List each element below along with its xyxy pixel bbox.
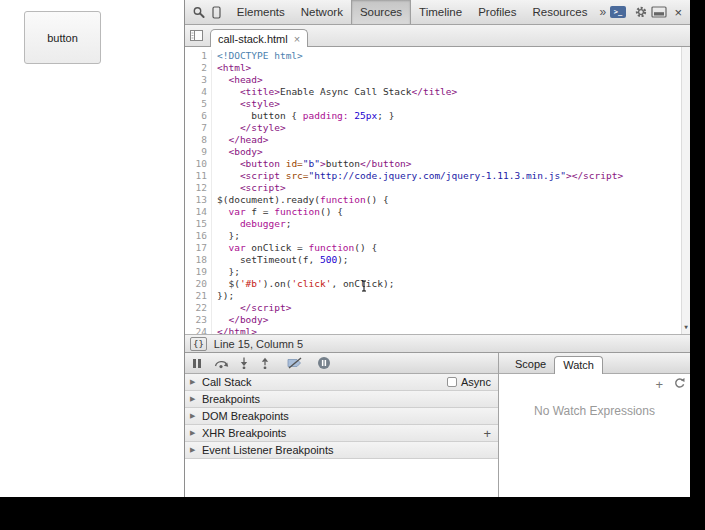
- code-line-11: <script src="http://code.jquery.com/jque…: [217, 170, 690, 182]
- panel-tab-network[interactable]: Network: [293, 0, 351, 24]
- dock-window-icon[interactable]: [650, 3, 667, 21]
- panel-tab-timeline[interactable]: Timeline: [411, 0, 470, 24]
- line-number[interactable]: 14: [185, 206, 207, 218]
- section-label: DOM Breakpoints: [202, 410, 289, 422]
- line-number[interactable]: 7: [185, 122, 207, 134]
- line-number[interactable]: 24: [185, 326, 207, 334]
- sidebar-tab-scope[interactable]: Scope: [507, 356, 554, 373]
- panel-tab-profiles[interactable]: Profiles: [470, 0, 524, 24]
- section-label: Event Listener Breakpoints: [202, 444, 333, 456]
- step-over-icon[interactable]: [213, 355, 229, 371]
- line-number[interactable]: 21: [185, 290, 207, 302]
- overflow-chevron-icon[interactable]: »: [595, 5, 610, 19]
- section-label: Call Stack: [202, 376, 252, 388]
- step-into-icon[interactable]: [238, 355, 250, 371]
- sidebar-tab-watch[interactable]: Watch: [554, 356, 603, 374]
- file-tab-label: call-stack.html: [218, 33, 288, 45]
- line-number[interactable]: 13: [185, 194, 207, 206]
- panel-tab-elements[interactable]: Elements: [229, 0, 293, 24]
- line-number[interactable]: 17: [185, 242, 207, 254]
- section-event-listener-breakpoints[interactable]: ▶Event Listener Breakpoints: [185, 442, 498, 459]
- line-number[interactable]: 10: [185, 158, 207, 170]
- panel-tab-resources[interactable]: Resources: [524, 0, 595, 24]
- section-call-stack[interactable]: ▶Call StackAsync: [185, 374, 498, 391]
- settings-gear-icon[interactable]: [633, 3, 650, 21]
- code-line-8: </head>: [217, 134, 690, 146]
- line-number[interactable]: 11: [185, 170, 207, 182]
- disclosure-triangle-icon: ▶: [190, 395, 198, 403]
- code-line-12: <script>: [217, 182, 690, 194]
- line-number[interactable]: 22: [185, 302, 207, 314]
- pause-on-exceptions-icon[interactable]: [317, 355, 331, 371]
- console-toggle-icon[interactable]: >_: [610, 6, 625, 18]
- step-out-icon[interactable]: [259, 355, 271, 371]
- navigator-toggle-icon[interactable]: [190, 30, 203, 41]
- debugger-pane: ▶Call StackAsync▶Breakpoints▶DOM Breakpo…: [185, 353, 498, 497]
- add-watch-icon[interactable]: +: [655, 379, 663, 390]
- scroll-down-icon[interactable]: ▼: [682, 321, 690, 333]
- line-number[interactable]: 12: [185, 182, 207, 194]
- line-number[interactable]: 19: [185, 266, 207, 278]
- watch-sidebar: ScopeWatch + No Watch Expressions: [498, 353, 690, 497]
- panel-tabs: ElementsNetworkSourcesTimelineProfilesRe…: [229, 0, 596, 24]
- async-checkbox[interactable]: [447, 377, 457, 387]
- line-number[interactable]: 18: [185, 254, 207, 266]
- editor-status-bar: {} Line 15, Column 5: [185, 334, 690, 353]
- devtools-close-icon[interactable]: ×: [671, 5, 685, 20]
- code-line-9: <body>: [217, 146, 690, 158]
- rendered-page: button: [0, 0, 184, 497]
- browser-window: button ElementsNetworkSourcesTimelinePro…: [0, 0, 690, 497]
- line-number[interactable]: 6: [185, 110, 207, 122]
- section-xhr-breakpoints[interactable]: ▶XHR Breakpoints+: [185, 425, 498, 442]
- pause-script-icon[interactable]: [193, 355, 201, 371]
- section-breakpoints[interactable]: ▶Breakpoints: [185, 391, 498, 408]
- line-number[interactable]: 9: [185, 146, 207, 158]
- code-line-22: </script>: [217, 302, 690, 314]
- gutter: 123456789101112131415161718192021222324: [185, 50, 212, 334]
- line-number[interactable]: 20: [185, 278, 207, 290]
- page-button[interactable]: button: [24, 11, 101, 64]
- line-number[interactable]: 16: [185, 230, 207, 242]
- code-line-3: <head>: [217, 74, 690, 86]
- sidebar-header: ScopeWatch: [499, 353, 690, 374]
- line-number[interactable]: 2: [185, 62, 207, 74]
- section-dom-breakpoints[interactable]: ▶DOM Breakpoints: [185, 408, 498, 425]
- refresh-watch-icon[interactable]: [673, 377, 685, 391]
- line-number[interactable]: 23: [185, 314, 207, 326]
- code-line-4: <title>Enable Async Call Stack</title>: [217, 86, 690, 98]
- code-line-16: };: [217, 230, 690, 242]
- disclosure-triangle-icon: ▶: [190, 429, 198, 437]
- pretty-print-button[interactable]: {}: [190, 337, 207, 351]
- code-line-7: </style>: [217, 122, 690, 134]
- panel-tab-sources[interactable]: Sources: [351, 0, 411, 24]
- device-emulation-icon[interactable]: [207, 3, 224, 21]
- code-line-15: debugger;: [217, 218, 690, 230]
- line-number[interactable]: 5: [185, 98, 207, 110]
- file-tab-bar: call-stack.html ×: [185, 25, 690, 47]
- code-line-17: var onClick = function() {: [217, 242, 690, 254]
- line-number[interactable]: 8: [185, 134, 207, 146]
- line-number[interactable]: 15: [185, 218, 207, 230]
- debugger-toolbar: [185, 353, 498, 374]
- line-number[interactable]: 4: [185, 86, 207, 98]
- code-line-2: <html>: [217, 62, 690, 74]
- line-number[interactable]: 1: [185, 50, 207, 62]
- devtools-toolbar: ElementsNetworkSourcesTimelineProfilesRe…: [185, 0, 690, 25]
- devtools-panel: ElementsNetworkSourcesTimelineProfilesRe…: [184, 0, 690, 497]
- deactivate-breakpoints-icon[interactable]: [287, 355, 303, 371]
- section-label: Breakpoints: [202, 393, 260, 405]
- code-line-20: $('#b').on('click', onClick);: [217, 278, 690, 290]
- file-tab-close-icon[interactable]: ×: [294, 33, 300, 45]
- section-label: XHR Breakpoints: [202, 427, 286, 439]
- disclosure-triangle-icon: ▶: [190, 412, 198, 420]
- cursor-position-text: Line 15, Column 5: [214, 338, 303, 350]
- search-icon[interactable]: [190, 3, 207, 21]
- code-editor[interactable]: 123456789101112131415161718192021222324 …: [185, 47, 690, 334]
- watch-pane-actions: +: [655, 377, 685, 391]
- add-xhr-breakpoint-icon[interactable]: +: [483, 428, 491, 439]
- file-tab[interactable]: call-stack.html ×: [210, 29, 308, 47]
- editor-scrollbar[interactable]: ▼: [681, 47, 690, 334]
- line-number[interactable]: 3: [185, 74, 207, 86]
- screen: button ElementsNetworkSourcesTimelinePro…: [0, 0, 705, 530]
- code-line-18: setTimeout(f, 500);: [217, 254, 690, 266]
